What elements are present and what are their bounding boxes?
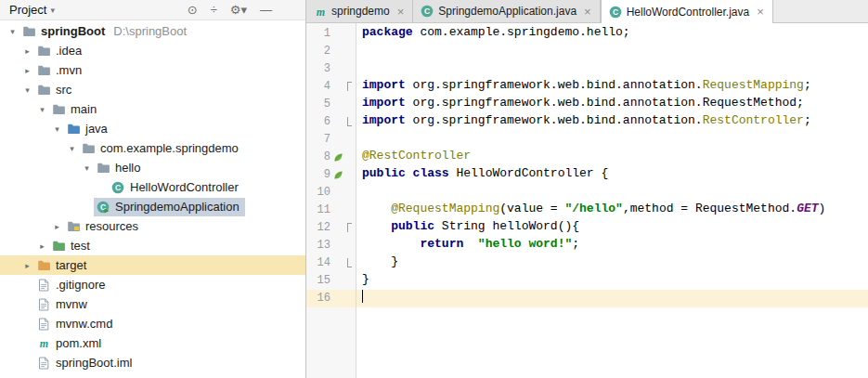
code-line-14[interactable]: } <box>356 254 868 272</box>
tree-item--gitignore[interactable]: .gitignore <box>0 275 305 294</box>
code-column[interactable]: package com.example.springdemo.hello;imp… <box>356 23 868 378</box>
code-line-4[interactable]: import org.springframework.web.bind.anno… <box>356 78 868 96</box>
tree-item-springboot-iml[interactable]: springBoot.iml <box>0 353 305 372</box>
tree-item-hellowordcontroller[interactable]: CHelloWordController <box>0 177 305 197</box>
collapse-all-icon[interactable]: ÷ <box>211 4 217 16</box>
editor-gutter[interactable]: 12345678910111213141516 <box>306 23 356 378</box>
tree-item-springdemoapplication[interactable]: CSpringdemoApplication <box>0 197 305 216</box>
tree-item-label-box[interactable]: src <box>34 81 77 99</box>
tree-item-label-box[interactable]: CHelloWordController <box>109 178 244 197</box>
tree-item-main[interactable]: ▾main <box>0 99 305 119</box>
gutter-row[interactable]: 3 <box>306 60 356 78</box>
gutter-row[interactable]: 2 <box>306 43 356 60</box>
fold-start-icon[interactable] <box>345 219 355 237</box>
chevron-expanded-icon[interactable]: ▾ <box>6 27 19 36</box>
tree-item-pom-xml[interactable]: mpom.xml <box>0 333 305 353</box>
gutter-row[interactable]: 14 <box>306 254 356 272</box>
tab-springdemoapplication-java[interactable]: CSpringdemoApplication.java× <box>413 0 600 22</box>
tab-close-icon[interactable]: × <box>584 6 591 18</box>
tree-item-label-box[interactable]: .idea <box>34 42 87 60</box>
gutter-row[interactable]: 8 <box>306 149 356 166</box>
tree-item-label-box[interactable]: mvnw.cmd <box>34 315 118 333</box>
tree-item-label-box[interactable]: .gitignore <box>34 276 110 294</box>
tree-item--mvn[interactable]: ▸.mvn <box>0 60 305 80</box>
code-line-12[interactable]: public String helloWord(){ <box>356 219 868 237</box>
code-line-13[interactable]: return "hello word!"; <box>356 237 868 254</box>
fold-end-icon[interactable] <box>345 254 355 272</box>
tree-item-java[interactable]: ▾java <box>0 119 305 138</box>
tab-springdemo[interactable]: mspringdemo× <box>306 0 413 22</box>
tree-item-label-box[interactable]: test <box>49 237 96 255</box>
tree-item-mvnw[interactable]: mvnw <box>0 294 305 314</box>
tab-close-icon[interactable]: × <box>757 6 764 18</box>
tree-item-label-box[interactable] <box>34 373 61 378</box>
tree-item-hello[interactable]: ▾hello <box>0 158 305 177</box>
gutter-row[interactable]: 16 <box>306 290 356 307</box>
tree-item-src[interactable]: ▾src <box>0 80 305 99</box>
code-line-10[interactable] <box>356 184 868 202</box>
code-line-5[interactable]: import org.springframework.web.bind.anno… <box>356 96 868 113</box>
chevron-collapsed-icon[interactable]: ▸ <box>20 46 34 56</box>
fold-start-icon[interactable] <box>345 78 355 96</box>
tree-item-resources[interactable]: ▸resources <box>0 216 305 236</box>
gutter-row[interactable]: 9 <box>306 166 356 184</box>
tree-item--idea[interactable]: ▸.idea <box>0 41 305 60</box>
code-line-15[interactable]: } <box>356 272 868 290</box>
tree-item-label-box[interactable]: hello <box>94 159 146 177</box>
gutter-row[interactable]: 10 <box>306 184 356 202</box>
tree-item-label-box[interactable]: CSpringdemoApplication <box>94 198 245 216</box>
tree-item-label-box[interactable]: resources <box>64 217 144 236</box>
spring-bean-icon[interactable] <box>330 166 345 184</box>
tree-item-test[interactable]: ▸test <box>0 236 305 255</box>
tree-item-target[interactable]: ▸target <box>0 255 305 275</box>
tree-item-partial[interactable] <box>0 372 305 378</box>
code-line-3[interactable] <box>356 60 868 78</box>
chevron-collapsed-icon[interactable]: ▸ <box>50 222 64 231</box>
code-area[interactable]: 12345678910111213141516 package com.exam… <box>306 23 868 378</box>
locate-icon[interactable]: ⊙ <box>188 4 198 16</box>
code-line-9[interactable]: public class HelloWordController { <box>356 166 868 184</box>
tree-item-label-box[interactable]: main <box>49 100 102 119</box>
gutter-row[interactable]: 7 <box>306 131 356 149</box>
tree-item-label-box[interactable]: mvnw <box>34 295 93 314</box>
chevron-expanded-icon[interactable]: ▾ <box>65 144 79 153</box>
gutter-row[interactable]: 4 <box>306 78 356 96</box>
settings-gear-icon[interactable]: ⚙▾ <box>230 4 247 16</box>
chevron-expanded-icon[interactable]: ▾ <box>20 85 34 95</box>
spring-bean-icon[interactable] <box>330 149 345 166</box>
tree-item-label-box[interactable]: target <box>34 256 92 275</box>
gutter-row[interactable]: 15 <box>306 272 356 290</box>
tree-item-label-box[interactable]: com.example.springdemo <box>79 139 244 158</box>
tree-item-label-box[interactable]: .mvn <box>34 61 87 80</box>
chevron-collapsed-icon[interactable]: ▸ <box>35 241 49 251</box>
code-line-16[interactable] <box>356 290 868 307</box>
code-line-8[interactable]: @RestController <box>356 149 868 166</box>
chevron-expanded-icon[interactable]: ▾ <box>80 163 94 173</box>
tab-close-icon[interactable]: × <box>397 6 405 18</box>
tree-item-mvnw-cmd[interactable]: mvnw.cmd <box>0 314 305 333</box>
chevron-down-icon[interactable]: ▾ <box>50 6 55 15</box>
tree-item-label-box[interactable]: springBoot.iml <box>34 354 137 372</box>
gutter-row[interactable]: 1 <box>306 25 356 43</box>
gutter-row[interactable]: 6 <box>306 113 356 131</box>
gutter-row[interactable]: 12 <box>306 219 356 237</box>
tree-item-label-box[interactable]: springBootD:\springBoot <box>19 22 192 41</box>
chevron-expanded-icon[interactable]: ▾ <box>35 105 49 114</box>
chevron-collapsed-icon[interactable]: ▸ <box>20 261 34 270</box>
gutter-row[interactable]: 13 <box>306 237 356 254</box>
tree-item-label-box[interactable]: java <box>64 120 113 138</box>
code-line-1[interactable]: package com.example.springdemo.hello; <box>356 25 868 43</box>
hide-panel-icon[interactable]: — <box>260 4 272 16</box>
code-line-7[interactable] <box>356 131 868 149</box>
chevron-collapsed-icon[interactable]: ▸ <box>20 66 34 75</box>
code-line-11[interactable]: @RequestMapping(value = "/hello",method … <box>356 202 868 219</box>
tree-item-com-example-springdemo[interactable]: ▾com.example.springdemo <box>0 138 305 158</box>
gutter-row[interactable]: 11 <box>306 202 356 219</box>
tab-hellowordcontroller-java[interactable]: CHelloWordController.java× <box>601 0 773 23</box>
project-panel-title[interactable]: Project <box>9 3 46 17</box>
tree-item-label-box[interactable]: mpom.xml <box>34 334 107 353</box>
code-line-6[interactable]: import org.springframework.web.bind.anno… <box>356 113 868 131</box>
gutter-row[interactable]: 5 <box>306 96 356 113</box>
tree-item-springboot[interactable]: ▾springBootD:\springBoot <box>0 21 305 41</box>
chevron-expanded-icon[interactable]: ▾ <box>50 124 64 134</box>
